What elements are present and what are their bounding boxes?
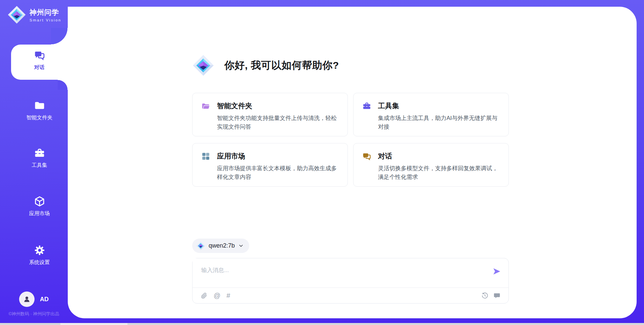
model-name: qwen2:7b (209, 242, 235, 249)
scrollbar-thumb[interactable] (60, 323, 127, 325)
gear-icon (34, 245, 45, 256)
toolbox-icon (362, 102, 371, 111)
sidebar-item-smart-folder[interactable]: 智能文件夹 (11, 100, 68, 121)
brand-subtitle: Smart Vision (30, 18, 61, 22)
hash-icon[interactable]: # (226, 292, 230, 299)
brand-title: 神州问学 (30, 8, 61, 17)
card-description: 集成市场上主流工具，助力AI与外界无缝扩展与对接 (378, 114, 500, 131)
greeting-block: 你好, 我可以如何帮助你? (192, 54, 339, 76)
horizontal-scrollbar[interactable] (0, 323, 644, 325)
person-icon (22, 295, 31, 304)
message-input[interactable] (193, 258, 481, 287)
card-title: 对话 (378, 151, 392, 161)
send-icon (492, 267, 501, 276)
card-title: 智能文件夹 (217, 101, 252, 111)
feature-cards: 智能文件夹 智能文件夹功能支持批量文件上传与清洗，轻松实现文件问答 工具集 集成… (192, 93, 509, 187)
card-head: 智能文件夹 (201, 101, 339, 111)
notch-curve-bottom (58, 80, 68, 90)
app-grid-icon (201, 152, 210, 161)
sidebar-item-app-market[interactable]: 应用市场 (11, 196, 68, 217)
sidebar-item-label: 对话 (34, 64, 45, 71)
card-toolset[interactable]: 工具集 集成市场上主流工具，助力AI与外界无缝扩展与对接 (353, 93, 509, 136)
composer-toolbar: @ # (193, 287, 508, 303)
sidebar-footer-text: ©神州数码 · 神州问学出品 (0, 311, 68, 317)
folder-icon (34, 100, 45, 111)
sidebar-item-label: 系统设置 (29, 259, 50, 266)
sidebar-item-settings[interactable]: 系统设置 (11, 245, 68, 266)
card-description: 应用市场提供丰富长文本模板，助力高效生成多样化文章内容 (217, 164, 339, 182)
user-initials: AD (40, 296, 49, 303)
user-profile[interactable]: AD (0, 291, 68, 307)
composer-tools-left: @ # (201, 292, 230, 299)
chat-bubbles-icon (362, 152, 371, 161)
brand-text: 神州问学 Smart Vision (30, 8, 61, 22)
sidebar-item-label: 智能文件夹 (26, 114, 53, 121)
app-root: 神州问学 Smart Vision 对话 智能文件夹 工具集 应用市场 系统设置 (0, 0, 644, 325)
folder-open-icon (201, 102, 210, 111)
attachment-icon[interactable] (201, 292, 208, 299)
card-app-market[interactable]: 应用市场 应用市场提供丰富长文本模板，助力高效生成多样化文章内容 (192, 143, 348, 187)
greeting-title: 你好, 我可以如何帮助你? (224, 59, 339, 72)
card-description: 智能文件夹功能支持批量文件上传与清洗，轻松实现文件问答 (217, 114, 339, 131)
sidebar-item-label: 应用市场 (29, 210, 50, 217)
brand-logo-icon (7, 5, 26, 24)
sidebar: 神州问学 Smart Vision 对话 智能文件夹 工具集 应用市场 系统设置 (0, 0, 68, 325)
brand: 神州问学 Smart Vision (7, 5, 61, 24)
send-button[interactable] (492, 267, 501, 276)
card-smart-folder[interactable]: 智能文件夹 智能文件夹功能支持批量文件上传与清洗，轻松实现文件问答 (192, 93, 348, 136)
card-head: 应用市场 (201, 151, 339, 161)
card-head: 对话 (362, 151, 500, 161)
card-title: 工具集 (378, 101, 399, 111)
message-composer: @ # (192, 258, 509, 304)
card-description: 灵活切换多模型文件，支持多样回复效果调试，满足个性化需求 (378, 164, 500, 182)
comment-icon[interactable] (493, 292, 500, 299)
sidebar-item-toolset[interactable]: 工具集 (11, 147, 68, 169)
composer-tools-right (481, 292, 500, 299)
sidebar-item-chat[interactable]: 对话 (11, 50, 68, 71)
chevron-down-icon (238, 243, 244, 249)
greeting-logo-icon (192, 54, 214, 76)
chat-bubbles-icon (34, 50, 45, 61)
avatar (19, 291, 35, 307)
model-selector[interactable]: qwen2:7b (192, 239, 249, 253)
toolbox-icon (34, 147, 45, 159)
model-logo-icon (196, 241, 205, 250)
card-title: 应用市场 (217, 151, 245, 161)
notch-curve-top (51, 28, 68, 45)
sidebar-item-label: 工具集 (32, 162, 47, 169)
card-head: 工具集 (362, 101, 500, 111)
cube-icon (34, 196, 45, 207)
history-icon[interactable] (481, 292, 488, 299)
main-panel: 你好, 我可以如何帮助你? 智能文件夹 智能文件夹功能支持批量文件上传与清洗，轻… (68, 7, 637, 318)
mention-icon[interactable]: @ (214, 292, 220, 299)
card-chat[interactable]: 对话 灵活切换多模型文件，支持多样回复效果调试，满足个性化需求 (353, 143, 509, 187)
